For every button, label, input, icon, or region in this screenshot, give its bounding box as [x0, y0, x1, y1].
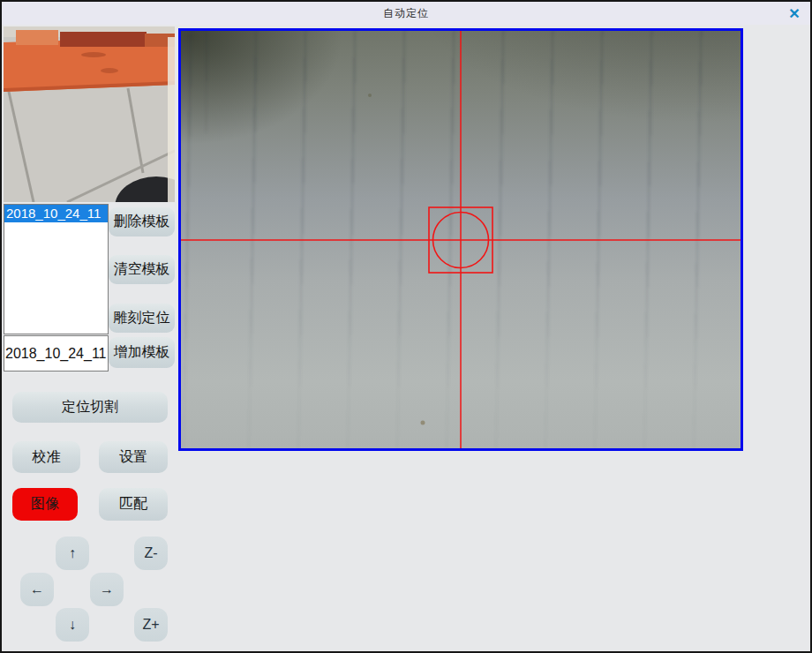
jog-left-button[interactable]: ← — [20, 573, 54, 606]
delete-template-button[interactable]: 删除模板 — [109, 207, 175, 236]
clear-templates-button[interactable]: 清空模板 — [109, 255, 175, 284]
jog-z-plus-button[interactable]: Z+ — [134, 608, 168, 642]
jog-up-button[interactable]: ↑ — [56, 537, 89, 570]
template-thumbnail — [4, 26, 175, 202]
add-template-button[interactable]: 增加模板 — [109, 337, 175, 368]
auto-position-window: 自动定位 ✕ 2018_10_24_11 — [0, 0, 812, 653]
template-list[interactable]: 2018_10_24_11 — [4, 204, 109, 334]
position-cut-button[interactable]: 定位切割 — [12, 392, 168, 423]
window-title: 自动定位 — [383, 6, 429, 21]
jog-right-button[interactable]: → — [90, 573, 124, 606]
title-bar: 自动定位 ✕ — [2, 2, 810, 25]
calibrate-button[interactable]: 校准 — [12, 441, 80, 473]
jog-z-minus-button[interactable]: Z- — [134, 537, 168, 570]
image-button[interactable]: 图像 — [12, 488, 78, 521]
thumbnail-image — [4, 26, 175, 202]
settings-button[interactable]: 设置 — [99, 441, 168, 473]
camera-view[interactable] — [178, 28, 743, 451]
match-button[interactable]: 匹配 — [99, 488, 168, 521]
crosshair-overlay — [181, 31, 741, 448]
close-icon[interactable]: ✕ — [784, 4, 805, 23]
template-name-input[interactable] — [4, 335, 109, 372]
jog-down-button[interactable]: ↓ — [56, 608, 89, 642]
template-list-item[interactable]: 2018_10_24_11 — [4, 205, 108, 222]
engrave-position-button[interactable]: 雕刻定位 — [109, 304, 175, 333]
